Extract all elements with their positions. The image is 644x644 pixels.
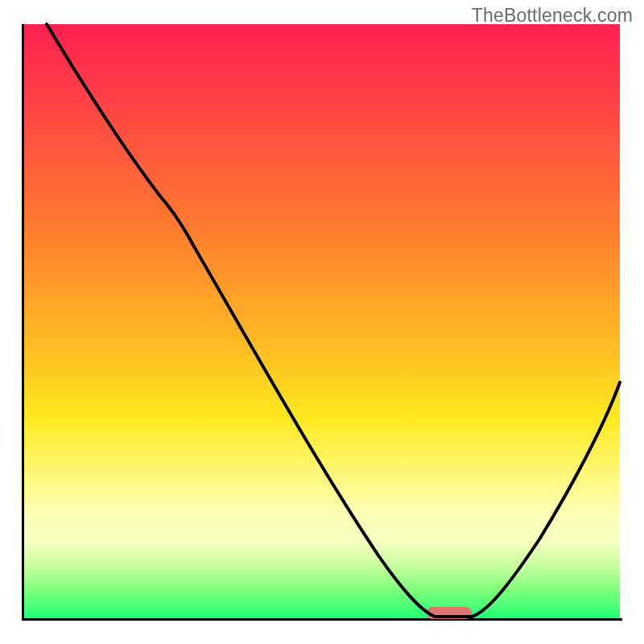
chart-stage: TheBottleneck.com xyxy=(0,0,644,644)
curve-layer xyxy=(24,24,620,620)
watermark-text: TheBottleneck.com xyxy=(472,5,633,27)
bottleneck-curve xyxy=(47,24,620,617)
